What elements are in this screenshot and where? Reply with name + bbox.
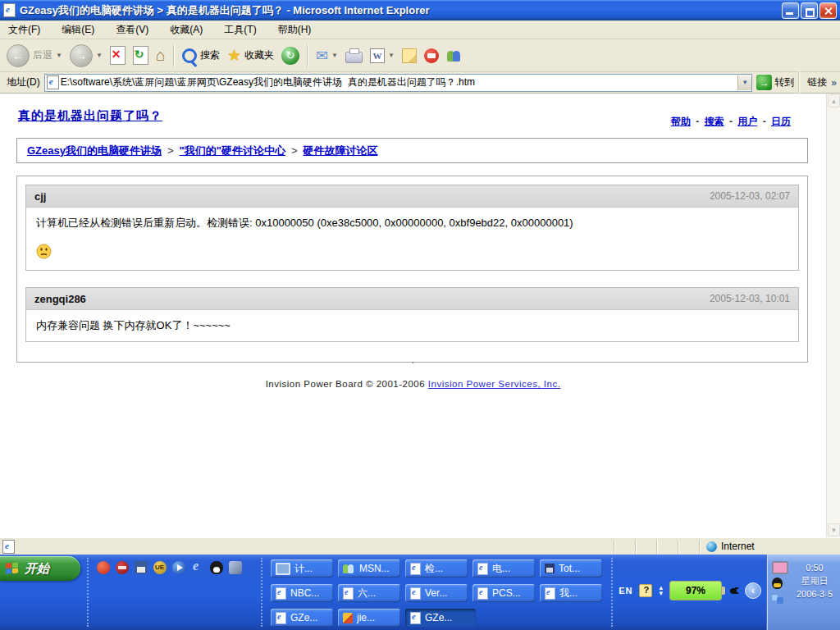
- forward-dropdown-icon[interactable]: ▼: [96, 52, 103, 59]
- members-link[interactable]: 用户: [737, 116, 757, 127]
- post-timestamp: 2005-12-03, 10:01: [710, 293, 790, 304]
- taskbar-button-ie[interactable]: GZe...: [271, 609, 333, 627]
- status-bar: Internet: [0, 537, 840, 555]
- breadcrumb-board[interactable]: 硬件故障讨论区: [304, 144, 378, 158]
- menu-file[interactable]: 文件(F): [8, 23, 40, 37]
- ie-page-icon: [477, 587, 488, 600]
- menu-help[interactable]: 帮助(H): [278, 23, 312, 37]
- ie-page-icon: [545, 587, 555, 600]
- invision-link[interactable]: Invision Power Services, Inc.: [428, 379, 561, 389]
- edit-with-word-button[interactable]: W ▼: [370, 48, 395, 63]
- unsure-smiley-icon: [36, 244, 788, 262]
- mail-dropdown-icon[interactable]: ▼: [331, 52, 338, 59]
- media-player-icon[interactable]: [172, 561, 185, 574]
- minimize-button[interactable]: [782, 2, 799, 19]
- vertical-scrollbar[interactable]: ▲ ▼: [826, 94, 840, 537]
- thread-title-link[interactable]: 真的是机器出问题了吗？: [18, 108, 162, 124]
- taskbar-button-total-commander[interactable]: Tot...: [540, 559, 602, 578]
- menu-bar: 文件(F) 编辑(E) 查看(V) 收藏(A) 工具(T) 帮助(H): [0, 21, 840, 39]
- messenger-button[interactable]: [446, 49, 461, 62]
- posts-container: cjj 2005-12-03, 02:07 计算机已经从检测错误后重新启动。检测…: [16, 176, 808, 363]
- edit-dropdown-icon[interactable]: ▼: [388, 52, 395, 59]
- scroll-up-icon[interactable]: ▲: [828, 94, 840, 107]
- qq-tray-icon[interactable]: [772, 578, 783, 589]
- notes-button[interactable]: [402, 48, 417, 63]
- search-link[interactable]: 搜索: [705, 116, 724, 127]
- taskbar-button-ie[interactable]: PCS...: [472, 584, 535, 602]
- taskbar-button-ie[interactable]: 电...: [472, 559, 535, 578]
- breadcrumb-category[interactable]: "我们的"硬件讨论中心: [180, 144, 285, 158]
- forward-button[interactable]: → ▼: [70, 44, 103, 67]
- foxmail-icon[interactable]: [97, 561, 110, 574]
- battery-indicator[interactable]: 97%: [669, 581, 722, 600]
- post-body: 内存兼容问题 换下内存就OK了！~~~~~~: [26, 310, 798, 341]
- refresh-button[interactable]: ↻: [133, 46, 148, 65]
- ie-icon[interactable]: [191, 561, 204, 574]
- realplayer-icon[interactable]: [116, 561, 129, 574]
- back-button[interactable]: ← 后退 ▼: [7, 44, 62, 67]
- taskbar-button-jie[interactable]: jie...: [338, 609, 400, 627]
- restore-button[interactable]: [801, 2, 818, 19]
- media-app-icon[interactable]: [229, 561, 242, 574]
- taskbar-button-ie[interactable]: 检...: [405, 559, 468, 578]
- taskbar-button-msn[interactable]: MSN...: [338, 559, 400, 578]
- calendar-link[interactable]: 日历: [771, 116, 791, 127]
- power-plug-icon[interactable]: [728, 586, 738, 596]
- start-button[interactable]: 开始: [0, 556, 80, 581]
- taskbar-button-ie[interactable]: 六...: [338, 584, 400, 602]
- address-label: 地址(D): [7, 75, 40, 89]
- mail-button[interactable]: ✉ ▼: [316, 47, 338, 65]
- taskbar-button-ie[interactable]: 我...: [540, 584, 602, 602]
- ime-options-icon[interactable]: ▴▾: [659, 585, 663, 596]
- print-button[interactable]: [345, 48, 363, 63]
- messenger-icon: [446, 49, 461, 62]
- back-dropdown-icon[interactable]: ▼: [56, 52, 62, 59]
- address-input[interactable]: [59, 75, 738, 90]
- post-row: cjj 2005-12-03, 02:07 计算机已经从检测错误后重新启动。检测…: [25, 185, 799, 271]
- favorites-button[interactable]: ★ 收藏夹: [227, 46, 274, 65]
- status-pane: [678, 540, 699, 554]
- go-button[interactable]: → 转到: [756, 75, 794, 90]
- ime-help-icon[interactable]: [639, 584, 652, 597]
- taskbar-button-ie[interactable]: NBC...: [271, 584, 333, 602]
- close-button[interactable]: [819, 2, 837, 19]
- tray-collapse-icon[interactable]: ‹: [745, 582, 761, 599]
- help-link[interactable]: 帮助: [671, 116, 691, 127]
- search-button[interactable]: 搜索: [182, 48, 220, 63]
- links-toolbar[interactable]: 链接: [807, 75, 827, 89]
- display-tray-icon[interactable]: [772, 561, 788, 574]
- disk-icon: [545, 564, 555, 573]
- taskbar-separator: [87, 558, 89, 627]
- breadcrumb-forum-root[interactable]: GZeasy我们的电脑硬件讲场: [27, 144, 162, 158]
- status-pane: [614, 540, 635, 554]
- floppy-disk-icon[interactable]: [135, 561, 148, 574]
- taskbar-button-ie[interactable]: Ver...: [405, 584, 468, 602]
- red-app-button[interactable]: [424, 48, 439, 63]
- taskbar-button-ie-active[interactable]: GZe...: [405, 609, 476, 627]
- scroll-down-icon[interactable]: ▼: [828, 523, 840, 536]
- address-dropdown-icon[interactable]: ▼: [737, 75, 751, 90]
- menu-view[interactable]: 查看(V): [116, 23, 148, 37]
- paint-app-icon: [343, 613, 353, 623]
- taskbar-button-computer[interactable]: 计...: [271, 559, 333, 578]
- history-icon: ↻: [281, 47, 299, 65]
- stop-icon: ✕: [110, 46, 126, 65]
- quick-launch-bar: [97, 561, 242, 574]
- ie-page-icon: [343, 587, 354, 600]
- home-button[interactable]: ⌂: [156, 46, 166, 65]
- ie-page-icon: [477, 563, 488, 575]
- history-button[interactable]: ↻: [281, 47, 299, 65]
- msn-messenger-icon: [343, 564, 355, 574]
- home-icon: ⌂: [156, 46, 166, 65]
- internet-zone-icon: [706, 541, 717, 552]
- links-chevron-icon[interactable]: »: [831, 77, 837, 89]
- stop-button[interactable]: ✕: [110, 46, 126, 65]
- ultraedit-icon[interactable]: [153, 561, 167, 574]
- post-author: cjj: [34, 190, 46, 203]
- qq-icon[interactable]: [210, 561, 223, 574]
- network-app-tray-icon[interactable]: [772, 592, 783, 604]
- menu-edit[interactable]: 编辑(E): [62, 23, 94, 37]
- language-indicator[interactable]: EN: [619, 586, 632, 596]
- menu-favorites[interactable]: 收藏(A): [170, 23, 203, 37]
- menu-tools[interactable]: 工具(T): [224, 23, 256, 37]
